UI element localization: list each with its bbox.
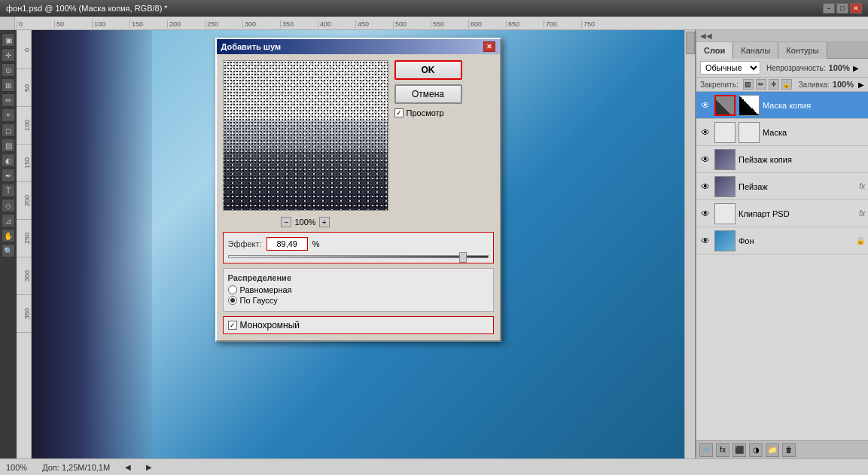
adjustment-icon[interactable]: ◑ [749, 443, 763, 457]
mono-checkbox[interactable]: ✓ [228, 321, 237, 330]
layer-eye-landscape[interactable]: 👁 [699, 181, 711, 193]
layer-thumb-mask [714, 122, 736, 143]
ruler-mark: 700 [544, 20, 581, 28]
ruler-mark: 350 [280, 20, 318, 28]
fill-label: Заливка: [799, 81, 830, 89]
tool-eraser[interactable]: ◻ [2, 123, 15, 137]
folder-icon[interactable]: 📁 [766, 443, 779, 457]
tool-select[interactable]: ▣ [2, 33, 15, 47]
lock-position-icon[interactable]: ✛ [769, 79, 779, 90]
preview-zoom-controls: − 100% + [223, 217, 388, 227]
layer-lock-icon: 🔒 [856, 236, 865, 245]
effect-input[interactable] [266, 237, 308, 251]
blend-mode-select[interactable]: Обычные [700, 61, 760, 75]
cancel-button[interactable]: Отмена [394, 84, 462, 104]
tool-eyedropper[interactable]: ⊿ [2, 214, 15, 227]
ok-button[interactable]: OK [394, 60, 462, 80]
tool-move[interactable]: ✛ [2, 48, 15, 62]
tool-blur[interactable]: ◐ [2, 154, 15, 167]
dialog-title-text: Добавить шум [221, 42, 282, 51]
layer-eye-clipart[interactable]: 👁 [699, 208, 711, 220]
layer-name-clipart: Клипарт PSD [739, 209, 856, 218]
tool-lasso[interactable]: ⊙ [2, 63, 15, 77]
layer-item-landscape[interactable]: 👁 Пейзаж fx [696, 173, 868, 200]
layer-thumb-mask2 [739, 122, 760, 143]
ruler-v-mark: 350 [17, 295, 31, 333]
layer-item-background[interactable]: 👁 Фон 🔒 [696, 227, 868, 254]
layers-options: Обычные Непрозрачность: 100% ▶ [696, 59, 868, 78]
tool-zoom[interactable]: 🔍 [2, 244, 15, 257]
tab-paths[interactable]: Контуры [778, 42, 827, 59]
zoom-out-button[interactable]: − [281, 217, 291, 227]
mono-section: ✓ Монохромный [223, 316, 494, 334]
lock-label: Закрепить: [700, 81, 739, 89]
toolbar: ▣ ✛ ⊙ ⊞ ✏ ⌖ ◻ ▤ ◐ ✒ T ◇ ⊿ ✋ 🔍 [0, 30, 17, 458]
maximize-button[interactable]: □ [836, 3, 848, 14]
layer-item-clipart[interactable]: 👁 Клипарт PSD fx [696, 200, 868, 227]
ruler-v-mark: 300 [17, 257, 31, 295]
tool-gradient[interactable]: ▤ [2, 139, 15, 152]
tool-text[interactable]: T [2, 184, 15, 197]
dialog-controls: OK Отмена ✓ Просмотр [394, 60, 462, 227]
tab-channels[interactable]: Каналы [733, 42, 778, 59]
fill-arrow[interactable]: ▶ [858, 81, 864, 89]
fx-icon[interactable]: fx [716, 443, 729, 457]
layer-eye-mask[interactable]: 👁 [699, 126, 711, 139]
tool-pen[interactable]: ✒ [2, 169, 15, 182]
uniform-radio-item: Равномерная [228, 285, 489, 294]
preview-noise [224, 61, 388, 210]
ruler-mark: 100 [92, 20, 129, 28]
ruler-mark: 650 [506, 20, 544, 28]
ruler-v-mark: 150 [17, 145, 31, 182]
panel-collapse-row: ◀◀ [696, 30, 868, 42]
opacity-arrow[interactable]: ▶ [853, 64, 859, 72]
zoom-in-button[interactable]: + [319, 217, 330, 227]
effect-slider-thumb[interactable] [459, 252, 467, 263]
tool-shape[interactable]: ◇ [2, 199, 15, 212]
tool-brush[interactable]: ✏ [2, 93, 15, 107]
layer-item-mask[interactable]: 👁 Маска [696, 119, 868, 146]
lock-all-icon[interactable]: 🔒 [781, 79, 792, 90]
layer-eye-landscape-copy[interactable]: 👁 [699, 154, 711, 166]
scrollbar-thumb[interactable] [686, 32, 695, 54]
ruler-horizontal: 0 50 100 150 200 250 300 350 400 450 500… [0, 17, 868, 30]
minimize-button[interactable]: − [823, 3, 835, 14]
layer-eye-mask-copy[interactable]: 👁 [699, 99, 711, 111]
status-nav-next[interactable]: ▶ [146, 463, 152, 471]
dialog-close-button[interactable]: ✕ [483, 41, 495, 52]
distribution-section: Распределение Равномерная По Гауссу [223, 268, 494, 312]
ruler-mark: 250 [205, 20, 242, 28]
dialog-titlebar: Добавить шум ✕ [217, 39, 500, 54]
ruler-mark: 750 [581, 20, 619, 28]
tab-layers[interactable]: Слои [696, 42, 733, 59]
tool-clone[interactable]: ⌖ [2, 108, 15, 122]
lock-pixels-icon[interactable]: ✏ [756, 79, 766, 90]
gaussian-radio[interactable] [228, 296, 237, 305]
opacity-label: Непрозрачность: [766, 64, 826, 72]
main-area: ▣ ✛ ⊙ ⊞ ✏ ⌖ ◻ ▤ ◐ ✒ T ◇ ⊿ ✋ 🔍 0 50 100 1… [0, 30, 868, 458]
preview-checkbox[interactable]: ✓ [394, 108, 404, 117]
lock-transparent-icon[interactable]: ▨ [743, 79, 754, 90]
layers-footer: 🔗 fx ⬛ ◑ 📁 🗑 [696, 440, 868, 458]
layer-item-mask-copy[interactable]: 👁 Маска копия [696, 92, 868, 119]
layer-eye-background[interactable]: 👁 [699, 235, 711, 247]
status-nav-prev[interactable]: ◀ [125, 463, 131, 471]
tool-hand[interactable]: ✋ [2, 229, 15, 242]
ruler-mark: 0 [17, 20, 54, 28]
link-icon[interactable]: 🔗 [699, 443, 713, 457]
layer-name-background: Фон [739, 236, 853, 245]
canvas-scrollbar[interactable] [684, 30, 695, 458]
close-button[interactable]: ✕ [850, 3, 862, 14]
tool-crop[interactable]: ⊞ [2, 78, 15, 92]
layers-panel: Слои Каналы Контуры Обычные Непрозрачнос… [696, 42, 868, 458]
layer-thumb-mask-copy [714, 95, 736, 116]
opacity-value: 100% [829, 63, 850, 72]
effect-slider[interactable] [228, 255, 489, 258]
status-bar: 100% Доп: 1,25M/10,1M ◀ ▶ [0, 458, 868, 475]
uniform-radio[interactable] [228, 285, 237, 294]
delete-icon[interactable]: 🗑 [782, 443, 796, 457]
effect-section: Эффект: % [223, 232, 494, 263]
layer-item-landscape-copy[interactable]: 👁 Пейзаж копия [696, 146, 868, 173]
mask-icon[interactable]: ⬛ [732, 443, 746, 457]
canvas-area: Добавить шум ✕ − [32, 30, 684, 458]
